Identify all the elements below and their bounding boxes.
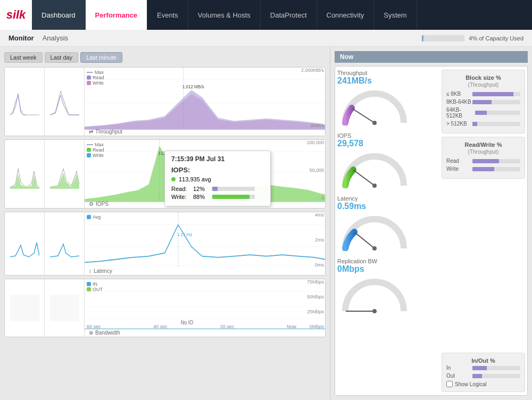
block-size-row-3: 64KB-512KB xyxy=(446,107,520,119)
svg-point-32 xyxy=(372,184,377,188)
iops-chart-row: Max Read Write 113,935 xyxy=(4,139,326,209)
svg-point-28 xyxy=(372,121,377,125)
throughput-main-chart: Max Read Write xyxy=(85,68,325,136)
subnav-monitor[interactable]: Monitor xyxy=(9,34,34,42)
svg-marker-4 xyxy=(85,90,325,130)
throughput-gauge-svg: 0 3,200MB/s xyxy=(337,86,412,126)
left-panel: Last week Last day Last minute xyxy=(0,47,330,400)
side-cards-panel: Block size % (Throughput) ≤ 8KB 8KB-64KB… xyxy=(439,66,527,395)
sub-navigation: Monitor Analysis 4% of Capacity Used xyxy=(0,30,532,47)
bandwidth-chart-row: IN OUT No IO 75Mbps 50Mbps 25Mb xyxy=(4,279,326,337)
block-size-row-4: > 512KB xyxy=(446,121,520,127)
read-write-title: Read/Write % xyxy=(446,141,520,148)
read-write-subtitle: (Throughput) xyxy=(446,149,520,155)
read-write-row-2: Write xyxy=(446,166,520,172)
subnav-analysis[interactable]: Analysis xyxy=(43,34,68,42)
latency-label: ↕ Latency xyxy=(89,268,112,274)
gauges-panel: Throughput 241MB/s xyxy=(335,66,436,395)
main-content: Last week Last day Last minute xyxy=(0,47,532,400)
iops-tooltip: 7:15:39 PM Jul 31 IOPS: 113,935 avg Read… xyxy=(164,151,271,206)
logo: silk xyxy=(0,0,32,30)
last-minute-button[interactable]: Last minute xyxy=(80,52,122,63)
replication-gauge-label: Replication BW xyxy=(337,258,434,264)
capacity-indicator: 4% of Capacity Used xyxy=(422,35,523,41)
tooltip-time: 7:15:39 PM Jul 31 xyxy=(171,155,264,163)
iops-y-labels: 100,000 50,000 0 xyxy=(306,140,324,201)
last-week-button[interactable]: Last week xyxy=(4,52,43,63)
nav-tab-events[interactable]: Events xyxy=(147,0,188,30)
latency-mini-chart-2 xyxy=(45,212,85,275)
svg-point-40 xyxy=(372,309,377,313)
in-out-title: In/Out % xyxy=(446,357,520,364)
throughput-chart-row: Max Read Write xyxy=(4,67,326,136)
throughput-mini-chart-2 xyxy=(45,68,85,136)
throughput-mini-chart-1 xyxy=(5,68,45,136)
tooltip-avg: 113,935 avg xyxy=(171,176,264,182)
block-size-title: Block size % xyxy=(446,74,520,81)
read-write-row-1: Read xyxy=(446,158,520,164)
iops-mini-chart-1 xyxy=(5,140,45,208)
svg-text:1.11 ms: 1.11 ms xyxy=(177,231,193,237)
tooltip-metric: IOPS: xyxy=(171,166,264,174)
nav-tab-system[interactable]: System xyxy=(374,0,417,30)
throughput-gauge-section: Throughput 241MB/s xyxy=(337,70,434,127)
capacity-fill xyxy=(422,35,423,41)
replication-gauge-section: Replication BW 0Mbps 0 xyxy=(337,258,434,315)
iops-gauge-svg: 0 300,000 xyxy=(337,148,412,188)
throughput-y-labels: 2,000MB/s 0MB/s xyxy=(301,68,324,128)
in-out-card: In/Out % In Out Show Logical xyxy=(442,353,525,392)
green-dot-icon xyxy=(171,177,176,181)
show-logical-checkbox[interactable] xyxy=(446,381,453,387)
svg-line-35 xyxy=(355,232,375,248)
nav-tab-connectivity[interactable]: Connectivity xyxy=(317,0,375,30)
in-out-row-1: In xyxy=(446,365,520,371)
block-size-subtitle: (Throughput) xyxy=(446,82,520,88)
nav-tab-dashboard[interactable]: Dashboard xyxy=(32,0,86,30)
block-size-card: Block size % (Throughput) ≤ 8KB 8KB-64KB… xyxy=(442,70,525,134)
latency-main-chart: Avg 1.11 ms 4ms 2ms 0ms xyxy=(85,212,325,275)
block-size-row-1: ≤ 8KB xyxy=(446,91,520,97)
nav-tab-performance[interactable]: Performance xyxy=(86,0,147,30)
capacity-text: 4% of Capacity Used xyxy=(469,35,523,41)
time-axis: 60 sec 40 sec 20 sec Now xyxy=(85,324,298,329)
throughput-gauge-label: Throughput xyxy=(337,70,434,76)
latency-gauge-section: Latency 0.59ms xyxy=(337,195,434,253)
throughput-label: ⇄ Throughput xyxy=(89,129,122,135)
in-out-row-2: Out xyxy=(446,373,520,379)
block-size-row-2: 8KB-64KB xyxy=(446,99,520,105)
svg-text:1,012 MB/s: 1,012 MB/s xyxy=(182,84,204,89)
now-header: Now xyxy=(335,51,528,63)
latency-y-labels: 4ms 2ms 0ms xyxy=(315,212,324,268)
time-buttons: Last week Last day Last minute xyxy=(4,52,326,63)
replication-gauge-svg: 0 5,000Mbps xyxy=(337,274,412,314)
bandwidth-label: ⊕ Bandwidth xyxy=(89,330,120,336)
latency-gauge-svg: 0 5ms xyxy=(337,211,412,251)
bandwidth-y-labels: 75Mbps 50Mbps 25Mbps 0Mbps xyxy=(307,279,324,329)
show-logical-row: Show Logical xyxy=(446,381,520,387)
nav-tab-dataprotect[interactable]: DataProtect xyxy=(261,0,317,30)
iops-mini-chart-2 xyxy=(45,140,85,208)
svg-rect-21 xyxy=(50,295,79,321)
nav-tab-volumes-hosts[interactable]: Volumes & Hosts xyxy=(188,0,261,30)
iops-main-chart: Max Read Write 113,935 xyxy=(85,140,325,208)
capacity-bar xyxy=(422,35,464,41)
latency-gauge-value: 0.59ms xyxy=(337,202,434,211)
last-day-button[interactable]: Last day xyxy=(45,52,79,63)
read-write-card: Read/Write % (Throughput) Read Write xyxy=(442,137,525,179)
bandwidth-mini-chart-2 xyxy=(45,279,85,337)
latency-chart-row: Avg 1.11 ms 4ms 2ms 0ms xyxy=(4,212,326,276)
iops-gauge-label: IOPS xyxy=(337,132,434,139)
sub-nav-left: Monitor Analysis xyxy=(9,34,68,42)
throughput-gauge-value: 241MB/s xyxy=(337,76,434,86)
iops-label: ⚙ IOPS xyxy=(89,201,109,207)
svg-point-36 xyxy=(372,246,377,251)
top-navigation: silk Dashboard Performance Events Volume… xyxy=(0,0,532,30)
bandwidth-mini-chart-1 xyxy=(5,279,45,337)
tooltip-avg-value: 113,935 avg xyxy=(179,176,211,182)
iops-gauge-value: 29,578 xyxy=(337,139,434,148)
svg-rect-20 xyxy=(10,295,39,321)
iops-gauge-section: IOPS 29,578 xyxy=(337,132,434,190)
nav-tabs: Dashboard Performance Events Volumes & H… xyxy=(32,0,532,30)
bandwidth-main-chart: IN OUT No IO 75Mbps 50Mbps 25Mb xyxy=(85,279,325,337)
svg-line-27 xyxy=(352,109,375,123)
